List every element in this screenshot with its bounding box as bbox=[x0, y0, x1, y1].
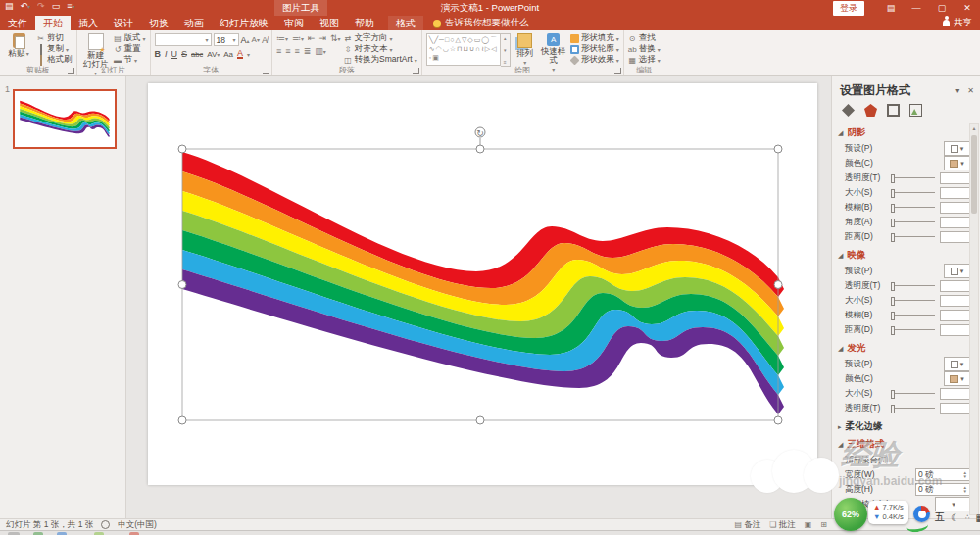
slide-sorter-view-icon[interactable]: ⊞ bbox=[820, 520, 827, 529]
section-header-three-d-format[interactable]: ◢三维格式 bbox=[838, 438, 970, 451]
tab-视图[interactable]: 视图 bbox=[312, 16, 347, 30]
preset-button[interactable]: ▾ bbox=[944, 357, 970, 371]
drawing-dialog-launcher[interactable] bbox=[614, 68, 621, 74]
convert-smartart-button[interactable]: ◫转换为SmartArt▾ bbox=[344, 55, 417, 65]
align-left-icon[interactable]: ≡ bbox=[276, 46, 281, 56]
value-input[interactable] bbox=[940, 172, 970, 184]
reset-button[interactable]: ↺重置 bbox=[114, 44, 146, 54]
shape-glyph[interactable]: ◇ bbox=[467, 35, 472, 44]
shape-glyph[interactable]: ◁ bbox=[491, 44, 496, 53]
value-input[interactable] bbox=[940, 231, 970, 243]
resize-handle[interactable] bbox=[178, 416, 186, 424]
underline-button[interactable]: U bbox=[172, 49, 178, 59]
ime-indicator[interactable]: 五 bbox=[935, 511, 945, 524]
moon-icon[interactable]: ☾ bbox=[951, 512, 959, 523]
color-button[interactable]: ▾ bbox=[944, 156, 970, 170]
dropdown-button[interactable]: ▾ bbox=[935, 497, 970, 511]
increase-indent-icon[interactable]: ⇥ bbox=[319, 33, 327, 43]
tab-帮助[interactable]: 帮助 bbox=[347, 16, 382, 30]
speed-ball[interactable]: 62% bbox=[834, 498, 867, 531]
columns-icon[interactable]: ▥▾ bbox=[315, 46, 326, 56]
bold-button[interactable]: B bbox=[155, 49, 162, 59]
shape-glyph[interactable]: ⌒ bbox=[490, 35, 497, 44]
section-header-reflection[interactable]: ◢映像 bbox=[838, 249, 970, 262]
shape-outline-button[interactable]: 形状轮廓▾ bbox=[570, 44, 619, 54]
share-button[interactable]: 共享 bbox=[943, 16, 972, 30]
resize-handle[interactable] bbox=[774, 281, 782, 289]
font-name-combo[interactable]: ▾ bbox=[155, 33, 212, 46]
windows-taskbar[interactable] bbox=[0, 530, 980, 535]
bullets-icon[interactable]: ≔▾ bbox=[276, 33, 288, 43]
tab-审阅[interactable]: 审阅 bbox=[276, 16, 312, 30]
tab-幻灯片放映[interactable]: 幻灯片放映 bbox=[212, 16, 276, 30]
shape-glyph[interactable]: ≀ bbox=[481, 44, 484, 53]
char-spacing-icon[interactable]: AV▾ bbox=[207, 50, 220, 59]
value-input[interactable] bbox=[940, 280, 970, 292]
fill-line-tab-icon[interactable] bbox=[842, 104, 855, 117]
browser-tray-icon[interactable] bbox=[913, 506, 930, 522]
spinner-input[interactable]: 0 磅▲▼ bbox=[915, 483, 970, 496]
change-case-icon[interactable]: Aa bbox=[223, 50, 233, 59]
section-header-shadow[interactable]: ◢阴影 bbox=[838, 126, 970, 139]
clipboard-dialog-launcher[interactable] bbox=[68, 68, 74, 74]
minimize-button[interactable]: — bbox=[904, 3, 929, 13]
resize-handle[interactable] bbox=[774, 145, 782, 153]
shape-glyph[interactable]: ▭ bbox=[474, 35, 481, 44]
preset-button[interactable]: ▾ bbox=[944, 141, 970, 156]
font-dialog-launcher[interactable] bbox=[263, 68, 270, 74]
customize-qat-icon[interactable]: ≡▾ bbox=[67, 1, 74, 11]
slide[interactable]: ↻ bbox=[148, 83, 817, 485]
scroll-up-icon[interactable]: ▲ bbox=[970, 124, 978, 133]
value-input[interactable] bbox=[940, 202, 970, 214]
section-button[interactable]: ▬节▾ bbox=[114, 55, 146, 65]
tab-开始[interactable]: 开始 bbox=[35, 16, 71, 30]
normal-view-icon[interactable]: ▣ bbox=[805, 520, 812, 529]
shape-glyph[interactable]: ◦ bbox=[429, 53, 431, 62]
value-input[interactable] bbox=[940, 217, 970, 228]
rainbow-picture[interactable]: ↻ bbox=[148, 83, 817, 485]
shape-glyph[interactable]: ▷ bbox=[485, 44, 490, 53]
clear-format-icon[interactable]: A̸ bbox=[262, 35, 268, 45]
shape-glyph[interactable]: ⊔ bbox=[464, 44, 468, 53]
resize-handle[interactable] bbox=[178, 281, 186, 289]
select-button[interactable]: ▦选择▾ bbox=[628, 55, 661, 65]
shape-glyph[interactable]: ☆ bbox=[450, 44, 456, 53]
slider[interactable] bbox=[891, 221, 935, 222]
align-right-icon[interactable]: ≡ bbox=[294, 46, 299, 56]
shape-glyph[interactable]: ⊓ bbox=[457, 44, 462, 53]
slider[interactable] bbox=[891, 315, 935, 316]
shapes-gallery[interactable]: ╲╱─□○△▽◇▭◯⌒∿◠◡☆⊓⊔∪∩≀▷◁◦▣ bbox=[426, 33, 501, 66]
arrange-button[interactable]: 排列▾ bbox=[514, 33, 537, 67]
value-input[interactable] bbox=[940, 187, 970, 199]
section-header-soft-edges[interactable]: ▸柔化边缘 bbox=[838, 420, 970, 433]
italic-button[interactable]: I bbox=[165, 49, 168, 59]
notes-button[interactable]: ▤ 备注 bbox=[735, 519, 761, 531]
close-button[interactable]: ✕ bbox=[955, 3, 980, 13]
align-text-button[interactable]: ⇳对齐文本▾ bbox=[344, 44, 417, 54]
resize-handle[interactable] bbox=[476, 416, 484, 424]
cut-button[interactable]: ✂剪切 bbox=[36, 33, 73, 43]
accessibility-icon[interactable] bbox=[101, 520, 110, 529]
numbering-icon[interactable]: ≕▾ bbox=[292, 33, 304, 43]
slider[interactable] bbox=[891, 207, 935, 208]
slider[interactable] bbox=[891, 192, 935, 193]
language-indicator[interactable]: 中文(中国) bbox=[118, 519, 157, 531]
spinner-input[interactable]: 0 磅▲▼ bbox=[915, 468, 970, 481]
replace-button[interactable]: ab替换▾ bbox=[628, 44, 661, 54]
justify-icon[interactable]: ≣ bbox=[304, 46, 312, 56]
value-input[interactable] bbox=[940, 295, 970, 307]
tab-设计[interactable]: 设计 bbox=[106, 16, 141, 30]
tab-切换[interactable]: 切换 bbox=[141, 16, 176, 30]
shape-glyph[interactable]: ─ bbox=[439, 35, 444, 44]
layout-button[interactable]: ▤版式▾ bbox=[114, 33, 146, 43]
tab-格式[interactable]: 格式 bbox=[388, 16, 423, 30]
undo-icon[interactable]: ↶▾ bbox=[21, 1, 31, 11]
slider[interactable] bbox=[891, 329, 935, 330]
tray-grid-icon[interactable]: ▦ bbox=[975, 512, 980, 523]
tell-me-box[interactable]: 告诉我你想要做什么 bbox=[433, 16, 529, 30]
pane-close-icon[interactable]: ✕ bbox=[967, 86, 974, 95]
shape-glyph[interactable]: ╲ bbox=[429, 35, 433, 44]
value-input[interactable] bbox=[940, 403, 970, 414]
save-icon[interactable]: ▤ bbox=[5, 1, 14, 11]
shape-glyph[interactable]: □ bbox=[445, 35, 449, 44]
